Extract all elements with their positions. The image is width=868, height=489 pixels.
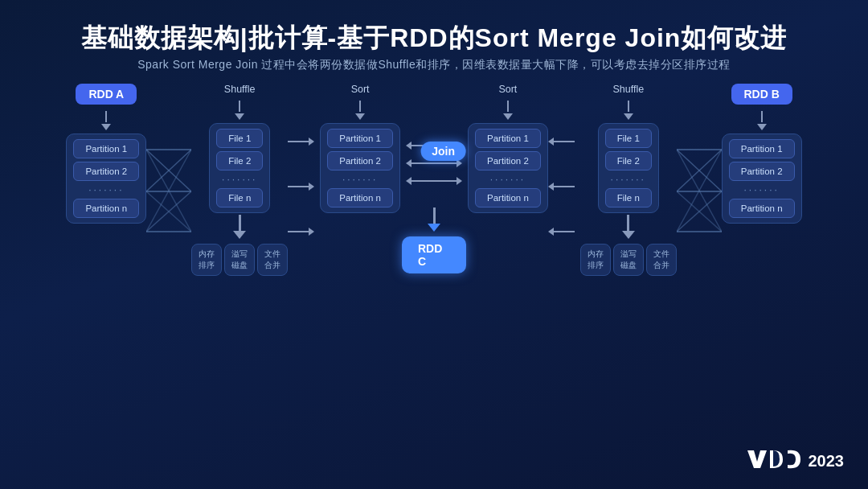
title-section: 基础数据架构|批计算-基于RDD的Sort Merge Join如何改进 Spa… bbox=[0, 0, 868, 79]
left-file-1: File 1 bbox=[216, 129, 263, 148]
right-shuffle-label: Shuffle bbox=[612, 84, 644, 95]
right-spill: 溢写磁盘 bbox=[613, 244, 644, 276]
page-title: 基础数据架构|批计算-基于RDD的Sort Merge Join如何改进 bbox=[32, 23, 836, 53]
left-sort-p2: Partition 2 bbox=[327, 151, 393, 171]
left-file-n: File n bbox=[216, 188, 263, 208]
rdd-a-partition-n: Partition n bbox=[73, 199, 139, 218]
right-file-2: File 2 bbox=[605, 151, 652, 171]
right-shuffle-col: Shuffle File 1 File 2 ······· File n 内存排… bbox=[580, 84, 677, 276]
left-shuffle-col: Shuffle File 1 File 2 ······· File n 内存排… bbox=[191, 84, 288, 276]
rdd-b-badge: RDD B bbox=[731, 84, 792, 105]
left-mem-sort: 内存排序 bbox=[191, 244, 222, 276]
right-sort-pn: Partition n bbox=[475, 188, 541, 208]
right-file-n: File n bbox=[605, 188, 652, 208]
left-shuffle-label: Shuffle bbox=[224, 84, 256, 95]
left-spill: 溢写磁盘 bbox=[224, 244, 255, 276]
right-sort-p1: Partition 1 bbox=[475, 129, 541, 148]
rdd-a-col: RDD A Partition 1 Partition 2 ······· Pa… bbox=[66, 84, 146, 224]
cross-shuffle-b bbox=[677, 119, 722, 254]
rdd-b-partition-1: Partition 1 bbox=[729, 139, 795, 158]
left-merge: 文件合并 bbox=[257, 244, 288, 276]
right-sort-label: Sort bbox=[498, 84, 517, 95]
right-merge: 文件合并 bbox=[646, 244, 677, 276]
right-file-1: File 1 bbox=[605, 129, 652, 148]
left-file-2: File 2 bbox=[216, 151, 263, 171]
page-subtitle: Spark Sort Merge Join 过程中会将两份数据做Shuffle和… bbox=[32, 58, 836, 72]
join-col: Join bbox=[402, 84, 466, 273]
right-sort-col: Sort Partition 1 Partition 2 ······· Par… bbox=[468, 84, 548, 213]
rdd-b-col: RDD B Partition 1 Partition 2 ······· Pa… bbox=[722, 84, 802, 224]
vdc-logo: 2023 bbox=[746, 447, 845, 475]
left-sort-p1: Partition 1 bbox=[327, 129, 393, 148]
rdd-a-partition-1: Partition 1 bbox=[73, 139, 139, 158]
right-shuffle-files: File 1 File 2 ······· File n bbox=[598, 123, 659, 213]
right-mem-sort: 内存排序 bbox=[580, 244, 611, 276]
rdd-a-partitions: Partition 1 Partition 2 ······· Partitio… bbox=[66, 134, 146, 224]
sort-to-shuffle-right bbox=[548, 119, 580, 254]
left-shuffle-files: File 1 File 2 ······· File n bbox=[209, 123, 270, 213]
right-sort-partitions: Partition 1 Partition 2 ······· Partitio… bbox=[468, 123, 548, 213]
right-bottom-boxes: 内存排序 溢写磁盘 文件合并 bbox=[580, 244, 677, 276]
rdd-c-badge: RDD C bbox=[402, 236, 466, 273]
left-bottom-boxes: 内存排序 溢写磁盘 文件合并 bbox=[191, 244, 288, 276]
svg-rect-19 bbox=[770, 450, 773, 468]
rdd-b-partition-2: Partition 2 bbox=[729, 162, 795, 181]
left-sort-partitions: Partition 1 Partition 2 ······· Partitio… bbox=[320, 123, 400, 213]
vdc-brand bbox=[746, 447, 802, 475]
left-sort-pn: Partition n bbox=[327, 188, 393, 208]
join-badge: Join bbox=[420, 142, 466, 161]
left-sort-label: Sort bbox=[351, 84, 370, 95]
arrow-rdd-a bbox=[101, 111, 111, 132]
shuffle-to-sort-left bbox=[288, 119, 320, 254]
rdd-a-partition-2: Partition 2 bbox=[73, 162, 139, 181]
left-sort-col: Sort Partition 1 Partition 2 ······· Par… bbox=[320, 84, 400, 213]
right-sort-p2: Partition 2 bbox=[475, 151, 541, 171]
rdd-b-partition-n: Partition n bbox=[729, 199, 795, 218]
cross-a-shuffle bbox=[146, 119, 191, 254]
svg-marker-18 bbox=[747, 450, 767, 468]
diagram-area: RDD A Partition 1 Partition 2 ······· Pa… bbox=[0, 84, 868, 276]
rdd-b-partitions: Partition 1 Partition 2 ······· Partitio… bbox=[722, 134, 802, 224]
rdd-a-badge: RDD A bbox=[76, 84, 137, 105]
vdc-year: 2023 bbox=[809, 452, 845, 471]
